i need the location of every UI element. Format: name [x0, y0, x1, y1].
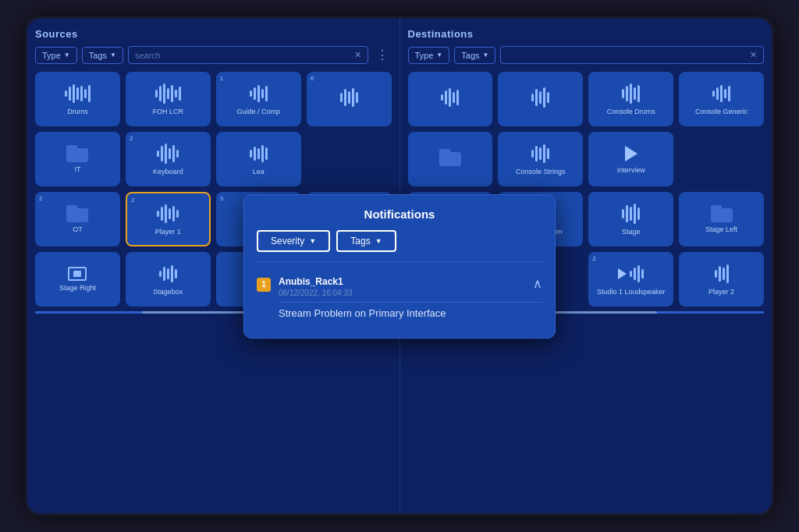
modal-overlay: Notifications Severity ▼ Tags ▼ 1	[27, 19, 772, 513]
notification-item: 1 Anubis_Rack1 08/12/2022, 16:04:33 Stre…	[257, 270, 542, 325]
main-layout: Sources Type ▼ Tags ▼ search ✕ ⋮	[27, 19, 772, 513]
severity-filter-button[interactable]: Severity ▼	[257, 230, 330, 252]
severity-badge: 1	[257, 278, 271, 292]
modal-title: Notifications	[257, 207, 542, 221]
collapse-button[interactable]: ∧	[533, 276, 542, 291]
timestamp: 08/12/2022, 16:04:33	[279, 289, 542, 297]
notification-modal: Notifications Severity ▼ Tags ▼ 1	[243, 194, 556, 339]
chevron-down-icon: ▼	[309, 237, 316, 245]
modal-divider	[257, 261, 542, 262]
modal-filters: Severity ▼ Tags ▼	[257, 230, 542, 252]
tags-filter-button[interactable]: Tags ▼	[336, 230, 396, 252]
tablet-screen: Sources Type ▼ Tags ▼ search ✕ ⋮	[25, 16, 774, 516]
notification-content: Anubis_Rack1 08/12/2022, 16:04:33 Stream…	[279, 276, 542, 319]
notification-message: Stream Problem on Primary Interface	[279, 307, 542, 319]
chevron-down-icon: ▼	[375, 237, 382, 245]
notification-list: 1 Anubis_Rack1 08/12/2022, 16:04:33 Stre…	[257, 270, 542, 325]
notif-divider	[279, 302, 542, 303]
device-name: Anubis_Rack1	[279, 276, 542, 287]
